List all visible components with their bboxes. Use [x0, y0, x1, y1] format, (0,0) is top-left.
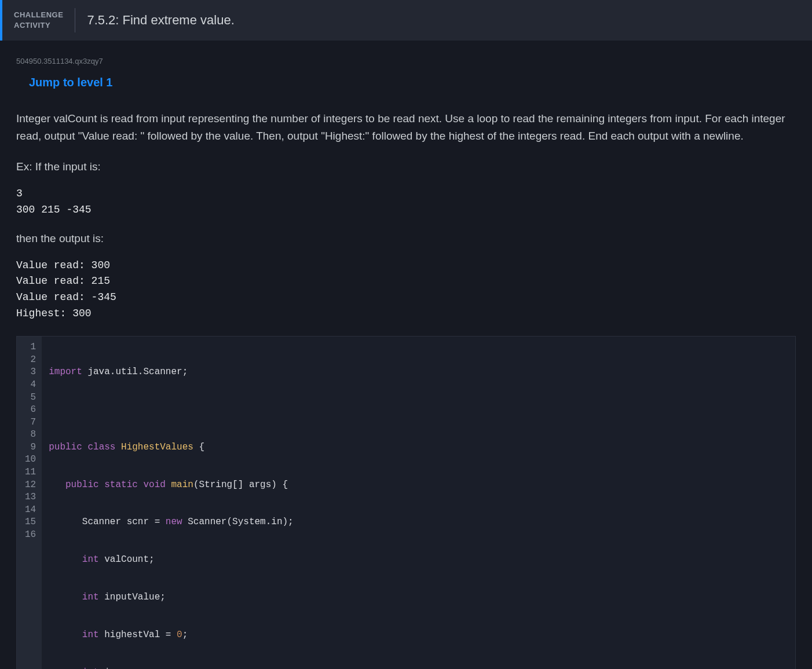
code-line: Scanner scnr = new Scanner(System.in);: [49, 516, 788, 529]
jump-to-level-link[interactable]: Jump to level 1: [29, 76, 796, 89]
challenge-badge: CHALLENGE ACTIVITY: [14, 10, 63, 30]
challenge-badge-line1: CHALLENGE: [14, 10, 63, 20]
code-line: int highestVal = 0;: [49, 629, 788, 642]
example-input: 3 300 215 -345: [16, 186, 796, 218]
line-number: 2: [25, 354, 36, 367]
example-output: Value read: 300 Value read: 215 Value re…: [16, 258, 796, 323]
code-line: int inputValue;: [49, 591, 788, 604]
example-output-label: then the output is:: [16, 232, 796, 245]
line-number: 8: [25, 429, 36, 441]
code-editor[interactable]: 12345678910111213141516 import java.util…: [16, 336, 796, 669]
code-line: [49, 404, 788, 416]
prompt-text: Integer valCount is read from input repr…: [16, 110, 796, 145]
line-number: 1: [25, 341, 36, 354]
code-line: public class HighestValues {: [49, 441, 788, 454]
line-number: 12: [25, 479, 36, 492]
line-number: 13: [25, 491, 36, 504]
reference-id: 504950.3511134.qx3zqy7: [16, 57, 796, 65]
code-line: int valCount;: [49, 554, 788, 566]
line-number: 14: [25, 504, 36, 517]
line-number: 15: [25, 516, 36, 529]
content-area: 504950.3511134.qx3zqy7 Jump to level 1 I…: [0, 41, 812, 669]
challenge-header: CHALLENGE ACTIVITY 7.5.2: Find extreme v…: [0, 0, 812, 41]
line-number: 10: [25, 454, 36, 466]
code-line: int i;: [49, 667, 788, 669]
example-input-label: Ex: If the input is:: [16, 160, 796, 173]
header-divider: [75, 8, 75, 32]
line-number: 9: [25, 441, 36, 454]
line-number: 6: [25, 404, 36, 416]
line-number: 3: [25, 366, 36, 379]
code-body[interactable]: import java.util.Scanner; public class H…: [42, 337, 795, 669]
line-number: 11: [25, 466, 36, 479]
challenge-badge-line2: ACTIVITY: [14, 20, 63, 31]
line-number: 5: [25, 392, 36, 404]
code-gutter: 12345678910111213141516: [17, 337, 42, 669]
challenge-title: 7.5.2: Find extreme value.: [87, 13, 234, 28]
code-line: import java.util.Scanner;: [49, 366, 788, 379]
line-number: 7: [25, 416, 36, 429]
line-number: 4: [25, 379, 36, 392]
line-number: 16: [25, 529, 36, 542]
code-line: public static void main(String[] args) {: [49, 479, 788, 492]
